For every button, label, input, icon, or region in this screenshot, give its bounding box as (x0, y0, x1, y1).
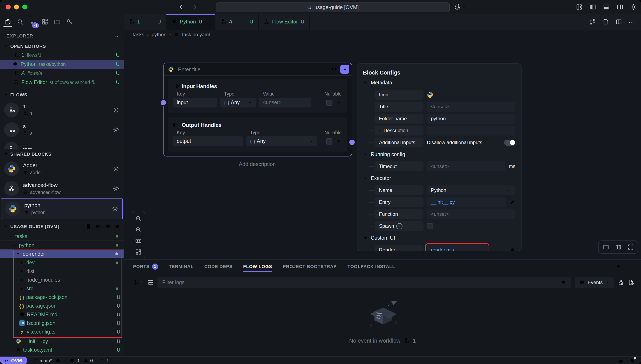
flow-settings-gear-icon[interactable] (113, 107, 120, 113)
panel-tab-terminal[interactable]: TERMINAL (169, 260, 194, 273)
tree-folder-dist[interactable]: dist (0, 267, 124, 276)
block-settings-gear-icon[interactable] (112, 206, 118, 212)
tab-flow-editor[interactable]: Flow Editor U (259, 14, 310, 30)
title-value-field[interactable]: <unset> (427, 102, 515, 112)
breadcrumb-file[interactable]: task.oo.yaml (182, 32, 210, 38)
close-panel-icon[interactable] (510, 70, 515, 75)
tree-file-tsconfig[interactable]: TS tsconfig.jsonU (0, 319, 124, 327)
tree-file-init-py[interactable]: __init__.pyU (0, 337, 124, 346)
activity-keys[interactable] (66, 17, 73, 27)
open-editor-item[interactable]: A flows/a U (0, 69, 124, 78)
activity-search[interactable] (17, 17, 24, 27)
input-value-field[interactable]: <unset> (259, 98, 311, 108)
flow-list-item[interactable]: s a (0, 120, 124, 140)
minimap-icon[interactable] (615, 244, 621, 250)
entry-value-link[interactable]: __init__.py (427, 197, 506, 207)
tree-folder-node-modules[interactable]: node_modules (0, 276, 124, 284)
block-node-card[interactable]: Input Handles Key Type Value Nullable in… (163, 62, 352, 156)
auto-layout-icon[interactable] (135, 249, 142, 255)
tree-file-package-json[interactable]: { } package.jsonU (0, 302, 124, 310)
ports-status[interactable]: 1 (100, 358, 109, 363)
assistant-rabbit-icon[interactable] (618, 358, 624, 364)
zoom-in-icon[interactable] (135, 215, 142, 222)
editor-more-actions-icon[interactable]: ··· (629, 19, 635, 25)
render-value-link-annotated[interactable]: render.mjs (427, 245, 488, 251)
node-input-connector[interactable] (160, 99, 167, 106)
section-running-config[interactable]: Running config (363, 150, 515, 159)
tree-file-package-lock[interactable]: { } package-lock.jsonU (0, 293, 124, 302)
output-handle-gear-icon[interactable] (336, 138, 342, 144)
tab-python-active[interactable]: Python U (166, 14, 215, 30)
shared-block-item[interactable]: advanced-flow advanced-flow (0, 179, 124, 198)
add-description-button[interactable]: Add description (163, 161, 351, 167)
open-editors-header[interactable]: OPEN EDITORS (0, 42, 124, 51)
tab-flow-a[interactable]: A U (215, 14, 259, 30)
panel-tab-flow-logs[interactable]: FLOW LOGS (243, 260, 272, 273)
flows-header[interactable]: FLOWS (0, 89, 124, 100)
block-settings-gear-icon[interactable] (113, 185, 120, 192)
trash-icon[interactable] (510, 247, 515, 251)
help-icon[interactable]: ? (396, 223, 402, 229)
close-window-button[interactable] (6, 4, 11, 10)
add-input-handle-icon[interactable] (336, 83, 342, 89)
reopen-file-icon[interactable] (602, 18, 609, 25)
panel-tab-ports[interactable]: PORTS 1 (133, 260, 158, 273)
tree-file-vite-config[interactable]: vite.config.tsU (0, 327, 124, 336)
input-nullable-checkbox[interactable] (326, 100, 332, 106)
activity-blocks[interactable] (41, 17, 49, 27)
open-editor-item[interactable]: Flow Editor subflows/advanced-fl... U (0, 78, 124, 87)
shared-blocks-header[interactable]: SHARED BLOCKS (0, 149, 124, 159)
node-settings-gear-button[interactable] (340, 65, 349, 74)
notifications-bell[interactable] (629, 358, 635, 364)
panel-tab-code-deps[interactable]: CODE DEPS (204, 260, 233, 273)
explorer-more-icon[interactable]: ··· (112, 33, 119, 39)
output-key-field[interactable]: output (173, 136, 243, 146)
git-branch-status[interactable]: main* (33, 358, 60, 363)
open-editor-item[interactable]: 1 flows/1 U (0, 51, 124, 60)
tree-folder-src[interactable]: src (0, 284, 124, 293)
flow-list-item[interactable]: 1 1 (0, 100, 124, 120)
edit-pencil-icon[interactable] (510, 199, 515, 205)
open-editor-item-active[interactable]: Python tasks/python U (0, 60, 124, 69)
sync-cloud-icon[interactable] (55, 358, 60, 363)
nav-forward-icon[interactable] (191, 4, 198, 10)
toggle-panel-icon[interactable] (603, 4, 610, 10)
breadcrumb-item[interactable]: tasks (133, 32, 144, 38)
input-handle-gear-icon[interactable] (336, 100, 342, 106)
filter-logs-input-wrap[interactable] (157, 277, 571, 288)
breadcrumb-item[interactable]: python (152, 32, 166, 38)
panel-tab-project-bootstrap[interactable]: PROJECT BOOTSTRAP (283, 260, 337, 273)
section-custom-ui[interactable]: Custom UI (363, 233, 515, 243)
close-tab-icon[interactable] (205, 19, 210, 24)
shared-block-item[interactable]: Adder adder (0, 159, 124, 179)
output-nullable-checkbox[interactable] (326, 138, 332, 144)
tree-folder-dev[interactable]: dev (0, 258, 124, 267)
timeout-value-field[interactable]: <unset> (427, 162, 505, 171)
flow-list-item[interactable]: test (0, 140, 124, 149)
split-editor-icon[interactable] (615, 18, 622, 25)
flow-settings-gear-icon[interactable] (113, 126, 120, 133)
toggle-panel-icon[interactable] (602, 244, 609, 250)
nav-back-icon[interactable] (178, 4, 185, 10)
customize-layout-icon[interactable] (576, 4, 582, 10)
refresh-icon[interactable] (105, 224, 111, 229)
executor-name-select[interactable]: Python (427, 185, 515, 195)
tab-flow-1[interactable]: 1 U (124, 14, 166, 30)
filter-logs-input[interactable] (161, 279, 561, 286)
activity-flows[interactable]: 43 (29, 17, 36, 27)
new-folder-icon[interactable] (96, 224, 101, 229)
tree-folder-oo-render-selected[interactable]: oo-render (0, 250, 124, 258)
section-executor[interactable]: Executor (363, 173, 515, 183)
tree-folder-python[interactable]: python (0, 241, 124, 250)
spawn-checkbox[interactable] (427, 223, 433, 229)
function-value-field[interactable]: <unset> (427, 209, 515, 219)
output-type-select[interactable]: {..} Any (246, 136, 317, 146)
workspace-header[interactable]: USAGE-GUIDE [OVM] (0, 221, 124, 232)
tree-file-task-oo-yaml[interactable]: task.oo.yamlU (0, 346, 124, 354)
fit-view-icon[interactable] (135, 238, 142, 244)
node-title-input[interactable] (177, 66, 328, 73)
description-value-field[interactable] (427, 126, 515, 136)
collapse-all-icon[interactable] (115, 224, 120, 229)
section-metadata[interactable]: Metadata (363, 78, 515, 88)
python-icon[interactable] (427, 92, 433, 98)
